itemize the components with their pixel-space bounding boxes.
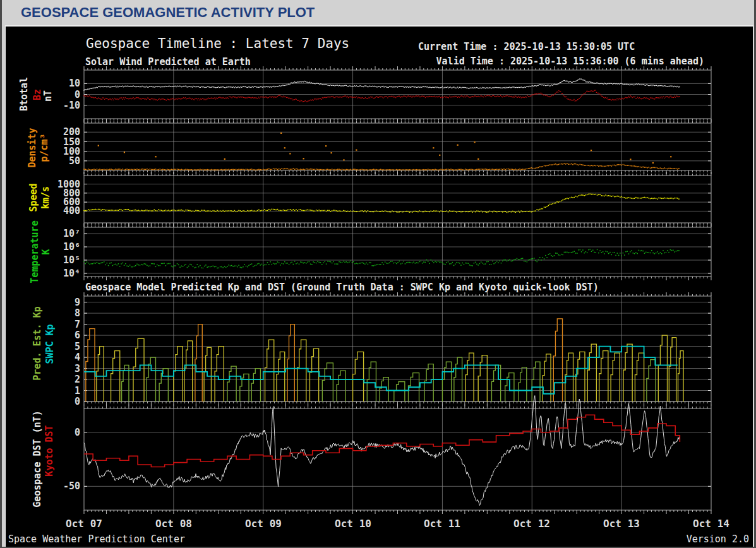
y-tick-label: 4 <box>44 352 80 363</box>
y-tick-label: 0 <box>44 427 80 438</box>
bz-axis-label: Bz <box>32 89 43 100</box>
temperature-axis-label: Temperature <box>29 220 40 283</box>
pred-kp-axis-label: Pred. Est. Kp <box>32 306 43 380</box>
y-tick-label: 7 <box>44 319 80 330</box>
geospace-plot-area: Geospace Timeline : Latest 7 Days Curren… <box>5 25 753 547</box>
x-tick-label: Oct 13 <box>593 518 650 530</box>
page: GEOSPACE GEOMAGNETIC ACTIVITY PLOT Geosp… <box>0 0 756 548</box>
solar-wind-subtitle: Solar Wind Predicted at Earth <box>85 56 251 68</box>
y-tick-label: 3 <box>44 363 80 374</box>
y-tick-label: 6 <box>44 330 80 341</box>
current-time: Current Time : 2025-10-13 15:30:05 UTC <box>418 41 635 52</box>
y-tick-label: 0 <box>44 396 80 407</box>
plot-title: Geospace Timeline : Latest 7 Days <box>86 36 349 51</box>
footer-org: Space Weather Prediction Center <box>8 533 185 545</box>
speed-axis-label: Speed <box>28 183 39 211</box>
y-tick-label: 5 <box>44 341 80 352</box>
footer-version: Version 2.0 <box>687 533 749 545</box>
x-tick-label: Oct 08 <box>145 518 202 530</box>
y-tick-label: 8 <box>44 307 80 319</box>
y-tick-label: 10⁶ <box>44 241 80 253</box>
y-tick-label: 10 <box>44 78 80 89</box>
section2-title: Geospace Model Predicted Kp and DST (Gro… <box>85 282 599 293</box>
y-tick-label: 2 <box>44 374 80 385</box>
y-tick-label: 10⁴ <box>44 268 80 279</box>
x-tick-label: Oct 11 <box>414 518 471 530</box>
x-tick-label: Oct 10 <box>325 518 381 530</box>
valid-time: Valid Time : 2025-10-13 15:36:00 (6 mins… <box>436 56 704 67</box>
y-tick-label: 9 <box>44 297 80 308</box>
btotal-axis-label: Btotal <box>18 77 30 111</box>
density-axis-label: Density <box>27 128 38 167</box>
page-title: GEOSPACE GEOMAGNETIC ACTIVITY PLOT <box>21 4 315 21</box>
y-tick-label: 1 <box>44 385 80 396</box>
x-tick-label: Oct 14 <box>683 518 740 530</box>
x-tick-label: Oct 07 <box>56 518 112 530</box>
x-tick-label: Oct 09 <box>235 518 292 530</box>
geospace-dst-axis-label: Geospace DST (nT) <box>32 410 43 508</box>
y-tick-label: 50 <box>44 155 80 167</box>
y-tick-label: 10⁵ <box>44 254 80 266</box>
y-tick-label: -50 <box>44 480 80 492</box>
x-tick-label: Oct 12 <box>503 518 560 530</box>
y-tick-label: 10⁷ <box>44 228 80 239</box>
y-tick-label: 400 <box>44 205 80 217</box>
y-tick-label: 0 <box>44 89 80 100</box>
y-tick-label: -10 <box>44 100 80 111</box>
